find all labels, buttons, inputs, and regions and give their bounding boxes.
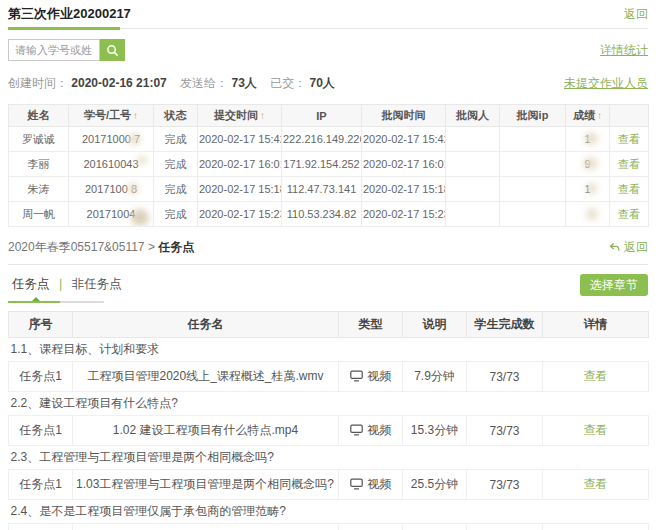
student-id: 201610043 <box>69 152 154 177</box>
task-type: 视频 <box>339 470 403 500</box>
col-header-completed: 学生完成数 <box>467 312 543 338</box>
view-link[interactable]: 查看 <box>618 208 640 220</box>
tab-task-points[interactable]: 任务点 <box>12 277 50 291</box>
section-title: 2.3、工程管理与工程项目管理是两个相同概念吗? <box>9 446 649 470</box>
action-cell: 查看 <box>610 127 649 152</box>
tabs-row: 任务点 | 非任务点 选择章节 <box>8 274 648 303</box>
view-link[interactable]: 查看 <box>584 477 608 491</box>
task-duration: 25.5分钟 <box>403 470 467 500</box>
table-row: 罗诚诚 20171000 7 完成 2020-02-17 15:42 222.2… <box>9 127 649 152</box>
submitted-value: 70人 <box>310 76 335 90</box>
review-ip <box>500 202 566 227</box>
review-ip <box>500 152 566 177</box>
censor-blur <box>586 208 598 220</box>
submit-time: 2020-02-17 15:42 <box>198 127 282 152</box>
view-link[interactable]: 查看 <box>584 423 608 437</box>
video-monitor-icon <box>350 370 363 382</box>
task-row: 任务点1 工程项目管理2020线上_课程概述_桂萬.wmv 视频 7.9分钟 7… <box>9 362 649 392</box>
tab-underline-active <box>8 301 60 303</box>
col-header-desc: 说明 <box>403 312 467 338</box>
back-link-tasks[interactable]: 返回 <box>608 239 648 256</box>
col-header-seq: 序号 <box>9 312 73 338</box>
tab-divider: | <box>59 277 62 291</box>
task-points-table: 序号 任务名 类型 说明 学生完成数 详情 1.1、课程目标、计划和要求 任务点… <box>8 311 649 530</box>
ip: 112.47.73.141 <box>282 177 362 202</box>
ip: 171.92.154.252 <box>282 152 362 177</box>
breadcrumb: 2020年春季05517&05117 > 任务点 <box>8 239 194 256</box>
submitted-label: 已交： <box>270 76 306 90</box>
action-cell: 查看 <box>610 152 649 177</box>
review-time: 2020-02-17 16:01 <box>362 152 446 177</box>
student-name: 朱涛 <box>9 177 69 202</box>
score: 9 <box>566 152 610 177</box>
submissions-header-row: 姓名 学号/工号↑ 状态 提交时间↑ IP 批阅时间 批阅人 批阅ip 成绩↑ <box>9 105 649 127</box>
col-header-review-ip: 批阅ip <box>500 105 566 127</box>
sent-to-label: 发送给： <box>180 76 228 90</box>
task-detail-cell: 查看 <box>543 416 649 446</box>
task-completed: 73/73 <box>467 524 543 530</box>
task-seq: 任务点1 <box>9 470 73 500</box>
section-title: 2.4、是不是工程项目管理仅属于承包商的管理范畴? <box>9 500 649 524</box>
col-header-status: 状态 <box>154 105 198 127</box>
col-header-name: 姓名 <box>9 105 69 127</box>
student-id: 20171004 <box>69 202 154 227</box>
view-link[interactable]: 查看 <box>618 183 640 195</box>
unsubmitted-students-link[interactable]: 未提交作业人员 <box>564 75 648 92</box>
created-time-value: 2020-02-16 21:07 <box>71 76 166 90</box>
search-box <box>8 39 125 61</box>
view-link[interactable]: 查看 <box>584 369 608 383</box>
table-row: 李丽 201610043 完成 2020-02-17 16:01 171.92.… <box>9 152 649 177</box>
student-id: 2017100 8 <box>69 177 154 202</box>
section-row: 2.3、工程管理与工程项目管理是两个相同概念吗? <box>9 446 649 470</box>
search-button[interactable] <box>100 39 125 61</box>
view-link[interactable]: 查看 <box>618 133 640 145</box>
status: 完成 <box>154 127 198 152</box>
video-monitor-icon <box>350 424 363 436</box>
table-row: 周一帆 20171004 完成 2020-02-17 15:23 110.53.… <box>9 202 649 227</box>
action-cell: 查看 <box>610 202 649 227</box>
col-header-ip: IP <box>282 105 362 127</box>
homework-meta: 创建时间： 2020-02-16 21:07 发送给： 73人 已交： 70人 … <box>8 75 648 92</box>
col-header-submit-time[interactable]: 提交时间↑ <box>198 105 282 127</box>
student-id: 20171000 7 <box>69 127 154 152</box>
col-header-score[interactable]: 成绩↑ <box>566 105 610 127</box>
score: 1 <box>566 177 610 202</box>
col-header-detail: 详情 <box>543 312 649 338</box>
ip: 110.53.234.82 <box>282 202 362 227</box>
breadcrumb-row: 2020年春季05517&05117 > 任务点 返回 <box>8 239 648 265</box>
tab-non-task-points[interactable]: 非任务点 <box>72 277 122 291</box>
task-duration: 18.4分钟 <box>403 524 467 530</box>
reviewer <box>446 152 500 177</box>
breadcrumb-course-link[interactable]: 2020年春季05517&05117 <box>8 240 145 254</box>
title-underline-accent <box>8 27 120 30</box>
reviewer <box>446 177 500 202</box>
score: 1 <box>566 127 610 152</box>
view-link[interactable]: 查看 <box>618 158 640 170</box>
meta-left: 创建时间： 2020-02-16 21:07 发送给： 73人 已交： 70人 <box>8 75 345 92</box>
status: 完成 <box>154 152 198 177</box>
submit-time: 2020-02-17 15:23 <box>198 202 282 227</box>
sent-to-value: 73人 <box>231 76 256 90</box>
task-name: 1.03工程管理与工程项目管理是两个相同概念吗? .mp4 <box>73 470 339 500</box>
search-icon <box>106 44 119 57</box>
section-title: 2.2、建设工程项目有什么特点? <box>9 392 649 416</box>
task-table-header-row: 序号 任务名 类型 说明 学生完成数 详情 <box>9 312 649 338</box>
breadcrumb-separator: > <box>148 240 155 254</box>
section-title: 1.1、课程目标、计划和要求 <box>9 338 649 362</box>
sort-asc-icon: ↑ <box>260 110 265 121</box>
video-monitor-icon <box>350 478 363 490</box>
back-link[interactable]: 返回 <box>624 6 648 23</box>
task-type: 视频 <box>339 362 403 392</box>
select-chapter-button[interactable]: 选择章节 <box>580 274 648 296</box>
page: 第三次作业20200217 返回 详情统计 创建时间： 2020-02-16 2… <box>0 0 656 530</box>
review-time: 2020-02-17 15:42 <box>362 127 446 152</box>
created-time-label: 创建时间： <box>8 76 68 90</box>
task-type: 视频 <box>339 416 403 446</box>
col-header-student-id[interactable]: 学号/工号↑ <box>69 105 154 127</box>
section-row: 1.1、课程目标、计划和要求 <box>9 338 649 362</box>
task-row: 任务点1 1.02 建设工程项目有什么特点.mp4 视频 15.3分钟 73/7… <box>9 416 649 446</box>
detail-stats-link[interactable]: 详情统计 <box>600 42 648 59</box>
search-input[interactable] <box>8 39 100 61</box>
breadcrumb-current: 任务点 <box>158 240 194 254</box>
reviewer <box>446 202 500 227</box>
